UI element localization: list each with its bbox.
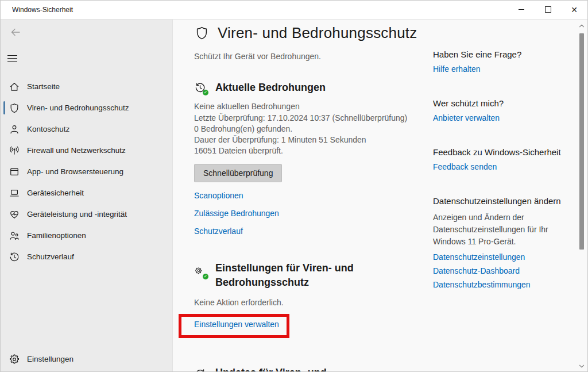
window-title: Windows-Sicherheit [1,6,73,14]
sidebar-item-familienoptionen[interactable]: Familienoptionen [1,225,172,246]
page-subtitle: Schützt Ihr Gerät vor Bedrohungen. [194,52,435,61]
maximize-icon [545,6,551,13]
privacy-statement-link[interactable]: Datenschutzbestimmungen [433,281,570,289]
scroll-up-arrow-icon[interactable] [578,22,586,30]
maximize-button[interactable] [535,1,561,18]
minimize-button[interactable] [508,1,535,18]
family-icon [9,230,20,241]
sidebar-item-schutzverlauf[interactable]: Schutzverlauf [1,246,172,267]
selected-accent-bar [3,101,5,114]
scrollbar-thumb[interactable] [579,33,584,250]
sidebar-item-app-browsersteuerung[interactable]: App- und Browsersteuerung [1,161,172,182]
threat-status: Keine aktuellen Bedrohungen [194,102,435,111]
heart-pulse-icon [9,209,20,220]
sidebar-item-label: Viren- und Bedrohungsschutz [27,103,129,112]
privacy-dashboard-link[interactable]: Datenschutz-Dashboard [433,267,570,275]
page-title: Viren- und Bedrohungsschutz [218,24,417,42]
sidebar-item-label: Kontoschutz [27,125,69,133]
settings-section-header: ✓ Einstellungen für Viren- und Bedrohung… [194,261,435,290]
protection-history-link[interactable]: Schutzverlauf [194,227,435,236]
title-bar: Windows-Sicherheit ✕ [1,1,587,20]
back-button[interactable] [7,25,24,39]
sidebar-item-kontoschutz[interactable]: Kontoschutz [1,118,172,140]
current-threats-header: ✓ Aktuelle Bedrohungen [194,82,435,94]
app-window-icon [9,166,20,178]
scroll-down-arrow-icon[interactable] [578,362,586,370]
settings-status: Keine Aktion erforderlich. [194,298,435,307]
menu-toggle-button[interactable] [7,52,24,64]
refresh-icon [194,367,206,372]
current-threats-heading: Aktuelle Bedrohungen [215,82,326,94]
sidebar-item-label: Einstellungen [27,355,74,363]
privacy-settings-link[interactable]: Datenschutzeinstellungen [433,253,570,262]
sidebar-footer: Einstellungen [1,348,172,370]
settings-section-heading: Einstellungen für Viren- und Bedrohungss… [215,261,362,290]
sidebar-item-label: Startseite [27,82,60,91]
network-icon [9,145,20,156]
sidebar-item-firewall-netzwerkschutz[interactable]: Firewall und Netzwerkschutz [1,140,172,161]
windows-security-window: Windows-Sicherheit ✕ Startseite [0,0,588,372]
sidebar-item-viren-bedrohungsschutz[interactable]: Viren- und Bedrohungsschutz [1,97,172,118]
gear-icon [9,354,20,365]
sidebar-item-label: Firewall und Netzwerkschutz [27,146,126,155]
question-group: Haben Sie eine Frage? Hilfe erhalten [433,49,570,74]
sidebar-item-label: App- und Browsersteuerung [27,167,123,176]
vertical-scrollbar[interactable] [578,22,586,370]
sidebar-item-label: Schutzverlauf [27,252,74,261]
privacy-links: Datenschutzeinstellungen Datenschutz-Das… [433,253,570,289]
manage-providers-link[interactable]: Anbieter verwalten [433,113,500,122]
history-icon [9,251,20,263]
page-header: Viren- und Bedrohungsschutz [194,24,435,42]
shield-icon [9,102,20,114]
feedback-group: Feedback zu Windows-Sicherheit Feedback … [433,147,570,172]
sidebar-item-geraeteleistung-integritaet[interactable]: Geräteleistung und -integrität [1,204,172,225]
green-check-badge: ✓ [203,274,208,279]
scan-details: Letzte Überprüfung: 17.10.2024 10:37 (Sc… [194,113,435,156]
back-arrow-icon [7,25,24,39]
files-scanned-line: 16051 Dateien überprüft. [194,145,435,156]
manage-settings-link[interactable]: Einstellungen verwalten [194,320,279,329]
sidebar-item-label: Familienoptionen [27,231,86,240]
scan-duration-line: Dauer der Überprüfung: 1 Minuten 51 Seku… [194,135,435,145]
threats-found-line: 0 Bedrohung(en) gefunden. [194,124,435,135]
person-icon [9,124,20,135]
manage-settings-area: Einstellungen verwalten [194,316,435,340]
sidebar-nav: Startseite Viren- und Bedrohungsschutz K… [1,76,172,267]
main-column: Viren- und Bedrohungsschutz Schützt Ihr … [194,20,435,372]
sidebar-item-label: Geräteleistung und -integrität [27,210,127,218]
send-feedback-link[interactable]: Feedback senden [433,162,497,171]
privacy-description: Anzeigen und Ändern der Datenschutzeinst… [433,212,570,248]
privacy-group: Datenschutzeinstellungen ändern Anzeigen… [433,196,570,289]
gears-check-icon: ✓ [194,266,206,278]
close-icon: ✕ [571,6,578,14]
who-protects-heading: Wer schützt mich? [433,98,570,108]
window-controls: ✕ [508,1,587,18]
scan-history-check-icon: ✓ [194,82,206,94]
green-check-badge: ✓ [203,90,208,95]
content-area: Viren- und Bedrohungsschutz Schützt Ihr … [173,20,587,372]
get-help-link[interactable]: Hilfe erhalten [433,64,481,74]
sidebar-item-einstellungen[interactable]: Einstellungen [1,348,172,370]
allowed-threats-link[interactable]: Zulässige Bedrohungen [194,209,435,218]
scan-options-link[interactable]: Scanoptionen [194,191,435,200]
aside-column: Haben Sie eine Frage? Hilfe erhalten Wer… [433,49,570,289]
scan-links: Scanoptionen Zulässige Bedrohungen Schut… [194,191,435,236]
close-button[interactable]: ✕ [561,1,587,18]
sidebar: Startseite Viren- und Bedrohungsschutz K… [1,20,173,372]
who-protects-group: Wer schützt mich? Anbieter verwalten [433,98,570,123]
feedback-heading: Feedback zu Windows-Sicherheit [433,147,570,157]
sidebar-item-geraetesicherheit[interactable]: Gerätesicherheit [1,182,172,204]
quick-scan-button[interactable]: Schnellüberprüfung [194,164,282,182]
sidebar-item-label: Gerätesicherheit [27,189,84,197]
privacy-heading: Datenschutzeinstellungen ändern [433,196,570,206]
question-heading: Haben Sie eine Frage? [433,49,570,59]
minimize-icon [519,9,524,10]
updates-heading: Updates für Viren- und [215,367,327,372]
shield-icon [194,25,210,41]
laptop-icon [9,187,20,199]
last-scan-line: Letzte Überprüfung: 17.10.2024 10:37 (Sc… [194,113,435,124]
updates-section-header: Updates für Viren- und [194,367,435,372]
sidebar-item-startseite[interactable]: Startseite [1,76,172,97]
home-icon [9,81,20,93]
